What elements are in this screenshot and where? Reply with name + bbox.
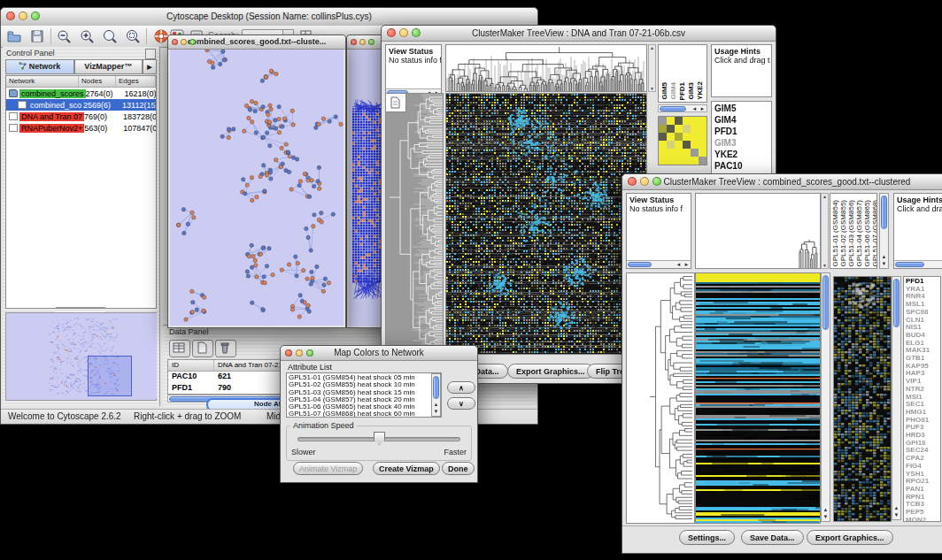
heatmap-canvas[interactable] — [695, 272, 821, 524]
col-id[interactable]: ID — [168, 360, 214, 371]
open-file-icon[interactable] — [6, 28, 22, 44]
column-labels-panel[interactable]: GPL51-01 (GSM854)GPL51-02 (GSM855)GPL51-… — [830, 193, 877, 269]
column-label[interactable]: YKE2 — [696, 81, 704, 100]
move-up-button[interactable]: ∧ — [447, 381, 475, 394]
column-label[interactable]: GPL51-04 (GSM857) — [855, 200, 863, 267]
dialog-action-button[interactable]: Done — [442, 462, 475, 475]
column-label[interactable]: PAC10 — [705, 78, 707, 100]
treeview2-action-button[interactable]: Settings... — [679, 530, 735, 545]
scrollbar-thumb[interactable] — [895, 262, 924, 267]
scroll-down-icon[interactable]: ▼ — [650, 86, 654, 91]
column-label[interactable]: GIM4 — [669, 82, 677, 100]
genes-vscrollbar[interactable]: ▲ ▼ — [892, 276, 901, 520]
overview-canvas[interactable] — [6, 313, 157, 398]
speed-slider-thumb[interactable] — [374, 432, 385, 445]
column-dendrogram-canvas[interactable] — [445, 44, 647, 92]
minimize-button[interactable] — [181, 39, 187, 45]
scrollbar-thumb[interactable] — [433, 376, 439, 399]
dialog-action-button[interactable]: Create Vizmap — [373, 462, 440, 475]
delete-attribute-icon[interactable] — [215, 340, 236, 357]
close-button[interactable] — [285, 349, 292, 357]
gene-label[interactable]: GIM5 — [714, 103, 771, 114]
mini-vscrollbar[interactable]: ▲▼ — [648, 44, 656, 92]
zoom-button[interactable] — [652, 177, 661, 186]
save-icon[interactable] — [29, 28, 45, 44]
float-panel-icon[interactable] — [145, 49, 156, 59]
network-overview-panel[interactable] — [5, 312, 157, 401]
column-label[interactable]: GPL51-01 (GSM854) — [831, 200, 839, 267]
network-table-row[interactable]: combined_sco 2569(6) 13112(15) — [6, 99, 156, 111]
scroll-left-icon[interactable]: ◄ — [691, 105, 699, 112]
scroll-down-icon[interactable]: ▼ — [822, 263, 827, 268]
column-label[interactable]: GIM3 — [687, 82, 695, 100]
column-label[interactable]: GPL51-06 (GSM865) — [863, 200, 871, 267]
col-edges[interactable]: Edges — [116, 76, 156, 87]
row-dendrogram-canvas[interactable] — [626, 272, 695, 524]
move-down-button[interactable]: ∨ — [447, 397, 475, 410]
treeview2-action-button[interactable]: Export Graphics... — [807, 530, 893, 545]
overview-viewport-rect[interactable] — [88, 356, 132, 396]
main-titlebar[interactable]: Cytoscape Desktop (Session Name: collins… — [1, 8, 537, 27]
tab-network[interactable]: Network — [5, 59, 74, 74]
network-view-titlebar[interactable]: combined_scores_good.txt--cluste... — [168, 35, 345, 50]
gene-label[interactable]: GIM3 — [714, 137, 771, 149]
column-label[interactable]: PFD1 — [678, 82, 686, 100]
close-button[interactable] — [387, 28, 396, 37]
column-label[interactable]: GPL51-03 (GSM856) — [847, 200, 855, 267]
treeview1-action-button[interactable]: Export Graphics... — [507, 364, 594, 379]
column-label[interactable]: GIM5 — [660, 82, 668, 100]
gene-list-panel[interactable]: PFD1YRA1RNR4MSL1SPC98CLN1NIS1BUD4ELG1MAK… — [903, 276, 941, 522]
scroll-left-icon[interactable]: ◄ — [675, 261, 683, 268]
scroll-right-icon[interactable]: ► — [683, 261, 691, 268]
minimize-button[interactable] — [296, 349, 303, 357]
zoom-button[interactable] — [189, 39, 196, 45]
new-attribute-icon[interactable] — [192, 340, 213, 357]
labels-vscrollbar[interactable]: ▲ ▼ — [879, 193, 889, 269]
minimize-button[interactable] — [359, 39, 366, 45]
column-dendrogram-canvas[interactable] — [695, 193, 821, 269]
gene-label[interactable]: GIM4 — [714, 114, 771, 126]
column-label[interactable]: GPL51-02 (GSM855) — [839, 200, 847, 267]
scrollbar-thumb[interactable] — [822, 275, 829, 330]
tab-overflow-button[interactable]: ▶ — [143, 59, 157, 74]
network-table-header[interactable]: Network Nodes Edges — [6, 76, 156, 88]
treeview2-titlebar[interactable]: ClusterMaker TreeView : combined_scores_… — [622, 174, 942, 190]
scrollbar-thumb[interactable] — [628, 262, 652, 267]
column-label[interactable]: GPL51-07 (GSM868) — [871, 200, 877, 267]
network-canvas[interactable] — [170, 50, 344, 326]
zoom-button[interactable] — [412, 28, 421, 37]
labels-hscrollbar[interactable]: ◄ ► — [658, 104, 707, 112]
col-nodes[interactable]: Nodes — [79, 76, 116, 87]
zoom-out-icon[interactable] — [56, 28, 72, 44]
scrollbar-thumb[interactable] — [881, 196, 887, 229]
zoom-button[interactable] — [306, 349, 313, 357]
secondary-heatmap-canvas[interactable] — [833, 276, 892, 522]
scroll-down-icon[interactable]: ▼ — [432, 408, 440, 415]
mini-vscrollbar[interactable]: ▲▼ — [821, 193, 829, 269]
similarity-matrix[interactable] — [658, 116, 707, 165]
minimize-button[interactable] — [640, 177, 649, 186]
row-dendrogram-canvas[interactable] — [385, 93, 444, 351]
gene-label[interactable]: MON2 — [906, 517, 940, 522]
close-button[interactable] — [172, 39, 178, 45]
attribute-list-item[interactable]: GPL51-07 (GSM868) heat shock 60 min — [289, 410, 439, 418]
attribute-list-vscrollbar[interactable]: ▲ ▼ — [431, 373, 441, 417]
close-button[interactable] — [6, 12, 15, 20]
scroll-up-icon[interactable]: ▲ — [892, 504, 900, 511]
scroll-up-icon[interactable]: ▲ — [650, 45, 654, 50]
column-labels-panel[interactable]: GIM5GIM4PFD1GIM3YKE2PAC10 — [658, 44, 707, 103]
scroll-up-icon[interactable]: ▲ — [822, 506, 830, 513]
network-table-row[interactable]: combined_scores 2764(0) 16218(0) — [6, 88, 156, 99]
scroll-up-icon[interactable]: ▲ — [880, 253, 888, 260]
zoom-button[interactable] — [31, 12, 40, 20]
scroll-up-icon[interactable]: ▲ — [432, 401, 440, 408]
usage-hints-hscrollbar[interactable] — [894, 260, 942, 268]
dialog-action-button[interactable]: Animate Vizmap — [293, 462, 363, 475]
tree-anchor-box[interactable] — [385, 93, 406, 112]
gene-label[interactable]: PAC10 — [714, 160, 771, 172]
zoom-in-icon[interactable] — [79, 28, 95, 44]
heatmap-canvas[interactable] — [445, 93, 647, 355]
scroll-down-icon[interactable]: ▼ — [822, 513, 830, 520]
network-table-row[interactable]: RNAPuberNov2+ 563(0) 107847(0) — [6, 122, 156, 134]
treeview2-action-button[interactable]: Save Data... — [741, 530, 804, 545]
